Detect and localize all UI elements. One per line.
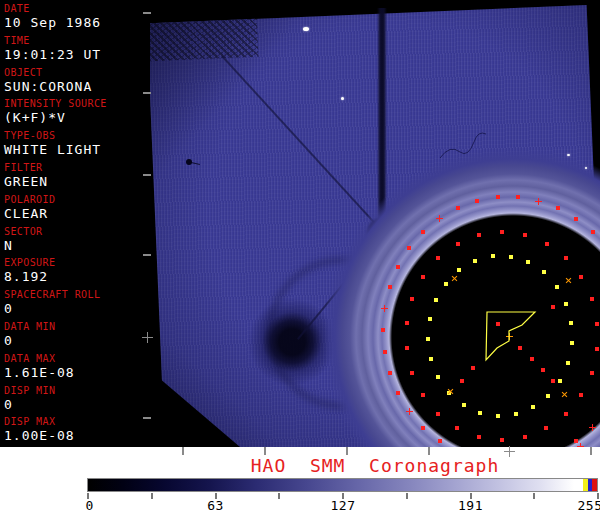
metadata-field: TYPE-OBSWHITE LIGHT — [0, 129, 150, 161]
field-value: 19:01:23 UT — [4, 47, 150, 62]
field-value: SUN:CORONA — [4, 79, 150, 94]
field-value: 0 — [4, 333, 150, 348]
coronagraph-image — [150, 0, 600, 447]
colorbar-tick-label: 191 — [458, 498, 483, 512]
metadata-field: SECTORN — [0, 225, 150, 257]
colorbar-tick — [278, 493, 280, 499]
field-value: 1.61E-08 — [4, 365, 150, 380]
frame-tick-left — [143, 174, 151, 176]
frame-tick-bottom — [182, 447, 184, 455]
colorbar-tick — [151, 493, 153, 499]
field-label: DATE — [4, 2, 150, 15]
frame-plus-bottom — [504, 446, 515, 457]
field-value: N — [4, 238, 150, 253]
colorbar-tick — [406, 493, 408, 499]
metadata-sidebar: DATE10 Sep 1986TIME19:01:23 UTOBJECTSUN:… — [0, 0, 150, 447]
smm-coronagraph-display: DATE10 Sep 1986TIME19:01:23 UTOBJECTSUN:… — [0, 0, 600, 512]
frame-tick-left — [143, 92, 151, 94]
plus-bar — [142, 337, 153, 338]
metadata-field: EXPOSURE8.192 — [0, 256, 150, 288]
colorbar-tick-label: 63 — [207, 498, 224, 512]
frame-tick-left — [143, 12, 151, 14]
frame-tick-bottom — [590, 447, 592, 455]
field-label: EXPOSURE — [4, 256, 150, 269]
field-value: 10 Sep 1986 — [4, 15, 150, 30]
field-label: DISP MIN — [4, 384, 150, 397]
metadata-field: DATA MAX1.61E-08 — [0, 352, 150, 384]
intensity-colorbar — [87, 478, 598, 492]
frame-tick-left — [143, 254, 151, 256]
field-label: TIME — [4, 34, 150, 47]
frame-tick-bottom — [264, 447, 266, 455]
field-value: WHITE LIGHT — [4, 142, 150, 157]
metadata-field: TIME19:01:23 UT — [0, 34, 150, 66]
field-label: POLAROID — [4, 193, 150, 206]
field-value: 0 — [4, 397, 150, 412]
field-value: 8.192 — [4, 269, 150, 284]
field-label: DATA MAX — [4, 352, 150, 365]
field-value: 0 — [4, 301, 150, 316]
metadata-field: OBJECTSUN:CORONA — [0, 66, 150, 98]
field-value: (K+F)*V — [4, 110, 150, 125]
field-value: GREEN — [4, 174, 150, 189]
frame-tick-left — [143, 417, 151, 419]
field-label: INTENSITY SOURCE — [4, 97, 150, 110]
frame-tick-bottom — [428, 447, 430, 455]
colorbar-tick-label: 127 — [331, 498, 356, 512]
metadata-field: FILTERGREEN — [0, 161, 150, 193]
metadata-field: DATE10 Sep 1986 — [0, 2, 150, 34]
metadata-field: DISP MAX1.00E-08 — [0, 415, 150, 447]
metadata-field: INTENSITY SOURCE(K+F)*V — [0, 97, 150, 129]
footer-strip: HAO SMM Coronagraph 063127191255 — [0, 447, 600, 512]
field-label: OBJECT — [4, 66, 150, 79]
display-panel: DATE10 Sep 1986TIME19:01:23 UTOBJECTSUN:… — [0, 0, 600, 447]
frame-tick-bottom — [346, 447, 348, 455]
field-label: SECTOR — [4, 225, 150, 238]
colorbar-tick-label: 255 — [578, 498, 600, 512]
metadata-field: POLAROIDCLEAR — [0, 193, 150, 225]
metadata-field: SPACECRAFT ROLL0 — [0, 288, 150, 320]
colorbar-tick — [533, 493, 535, 499]
metadata-field: DISP MIN0 — [0, 384, 150, 416]
colorbar-tick-label: 0 — [86, 498, 94, 512]
field-label: TYPE-OBS — [4, 129, 150, 142]
field-label: FILTER — [4, 161, 150, 174]
field-label: DATA MIN — [4, 320, 150, 333]
field-value: 1.00E-08 — [4, 428, 150, 443]
metadata-field: DATA MIN0 — [0, 320, 150, 352]
frame-plus-left — [142, 332, 153, 343]
plus-bar — [504, 451, 515, 452]
field-label: SPACECRAFT ROLL — [4, 288, 150, 301]
field-value: CLEAR — [4, 206, 150, 221]
feature-outline-polygon — [150, 0, 600, 447]
field-label: DISP MAX — [4, 415, 150, 428]
page-title: HAO SMM Coronagraph — [251, 455, 500, 476]
